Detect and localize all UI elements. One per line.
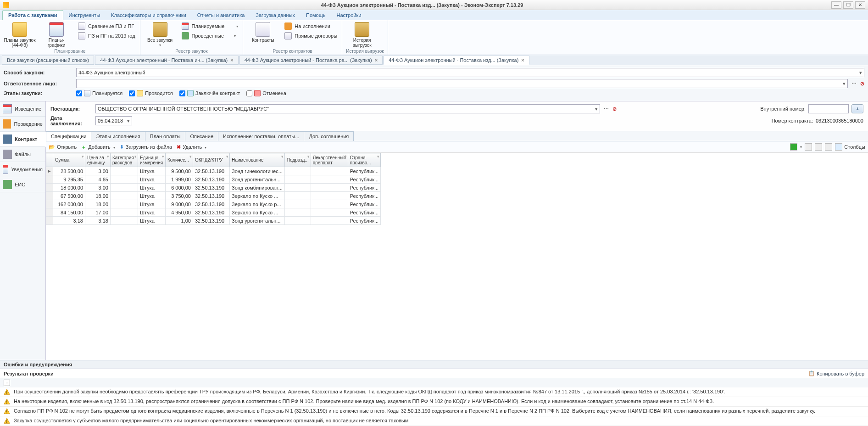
col-header[interactable]: Подразд...▾ xyxy=(284,153,311,167)
stage-cancelled-check[interactable] xyxy=(246,90,252,96)
filter-icon[interactable]: ▾ xyxy=(107,154,109,159)
in-execution-button[interactable]: На исполнении xyxy=(284,22,338,30)
add-button[interactable]: + xyxy=(851,104,863,113)
filter-icon[interactable]: ▾ xyxy=(307,154,310,159)
subtab-addl[interactable]: Доп. соглашения xyxy=(304,131,354,141)
delete-button[interactable]: ✖Удалить xyxy=(177,144,206,150)
tab-classifiers[interactable]: Классификаторы и справочники xyxy=(106,11,192,20)
doctab-2[interactable]: 44-ФЗ Аукцион электронный - Поставка ра.… xyxy=(239,56,383,65)
completed-button[interactable]: Проведенные▾ xyxy=(181,32,239,40)
clear-icon[interactable]: ⊘ xyxy=(612,106,617,112)
table-row[interactable]: 18 000,003,00Штука6 000,0032.50.13.190Зо… xyxy=(46,184,381,192)
stage-contract-check[interactable] xyxy=(179,90,185,96)
plus-icon: ＋ xyxy=(81,144,86,151)
close-icon[interactable]: × xyxy=(230,57,233,63)
filter-icon[interactable]: ▾ xyxy=(134,154,137,159)
filter-icon[interactable]: ▾ xyxy=(162,154,164,159)
plans-44fz-button[interactable]: Планы закупок (44-ФЗ) xyxy=(4,21,36,48)
subtab-exec[interactable]: Исполнение: поставки, оплаты... xyxy=(218,131,304,141)
warning-item: При осуществлении данной закупки необход… xyxy=(0,387,868,397)
open-button[interactable]: 📂Открыть xyxy=(49,144,77,150)
sidebar-item-notifications[interactable]: Уведомления xyxy=(0,162,45,177)
copy-buffer-button[interactable]: 📋Копировать в буфер xyxy=(808,370,864,376)
tab-tools[interactable]: Инструменты xyxy=(63,11,106,20)
sidebar-item-files[interactable]: Файлы xyxy=(0,147,45,162)
cancel-icon xyxy=(254,90,261,96)
table-row[interactable]: 84 150,0017,00Штука4 950,0032.50.13.190З… xyxy=(46,208,381,217)
add-row-button[interactable]: ＋Добавить xyxy=(81,144,115,151)
close-icon[interactable]: × xyxy=(521,57,524,63)
filter-icon[interactable]: ▾ xyxy=(281,154,284,159)
expand-icon[interactable] xyxy=(825,143,832,151)
planned-button[interactable]: Планируемые▾ xyxy=(181,22,239,30)
filter-icon[interactable]: ▾ xyxy=(189,154,192,159)
table-row[interactable]: 9 295,354,65Штука1 999,0032.50.13.190Зон… xyxy=(46,175,381,184)
filter-icon[interactable]: ▾ xyxy=(82,154,84,159)
date-input[interactable]: 05.04.2018 xyxy=(95,116,132,125)
table-row[interactable]: 3,183,18Штука1,0032.50.13.190Зонд уроген… xyxy=(46,217,381,225)
col-header[interactable]: Цена за единицу▾ xyxy=(85,153,111,167)
tab-purchases[interactable]: Работа с закупками xyxy=(2,10,63,20)
close-button[interactable]: ✕ xyxy=(855,1,865,9)
col-header[interactable]: ОКПД2/КТРУ▾ xyxy=(193,153,230,167)
direct-contracts-button[interactable]: Прямые договоры xyxy=(284,32,338,40)
subtab-desc[interactable]: Описание xyxy=(185,131,218,141)
subtab-spec[interactable]: Спецификации xyxy=(46,131,91,141)
responsible-select[interactable] xyxy=(76,79,848,88)
filter-icon[interactable]: ▾ xyxy=(377,154,379,159)
sidebar-item-contract[interactable]: Контракт xyxy=(0,132,46,147)
filter-icon[interactable]: ▾ xyxy=(345,154,347,159)
more-button[interactable]: ⋯ xyxy=(851,81,857,87)
bell-icon xyxy=(3,165,8,174)
sidebar-item-eis[interactable]: ЕИС xyxy=(0,177,45,192)
subtab-stages[interactable]: Этапы исполнения xyxy=(91,131,145,141)
tab-dataload[interactable]: Загрузка данных xyxy=(250,11,300,20)
plans-schedules-button[interactable]: Планы-графики xyxy=(40,21,72,48)
maximize-button[interactable]: ❐ xyxy=(843,1,853,9)
stage-planned-check[interactable] xyxy=(76,90,82,96)
load-file-button[interactable]: ⬇Загрузить из файла xyxy=(120,144,172,150)
all-purchases-button[interactable]: Все закупки▾ xyxy=(144,21,176,48)
sidebar-item-conducting[interactable]: Проведение xyxy=(0,117,45,132)
excel-icon[interactable] xyxy=(790,143,797,151)
sidebar-item-notice[interactable]: Извещение xyxy=(0,101,45,117)
col-header[interactable]: Категория расходов▾ xyxy=(111,153,138,167)
stage-inprogress-check[interactable] xyxy=(129,90,135,96)
pz-pg-2019-button[interactable]: ПЗ и ПГ на 2019 год xyxy=(77,32,136,40)
doctab-3[interactable]: 44-ФЗ Аукцион электронный - Поставка изд… xyxy=(384,56,529,65)
table-row[interactable]: 67 500,0018,00Штука3 750,0032.50.13.190З… xyxy=(46,192,381,200)
supplier-select[interactable]: ОБЩЕСТВО С ОГРАНИЧЕННОЙ ОТВЕТСТВЕННОСТЬЮ… xyxy=(95,104,600,113)
tab-help[interactable]: Помощь xyxy=(300,11,331,20)
table-row[interactable]: ▸28 500,003,00Штука9 500,0032.50.13.190З… xyxy=(46,167,381,175)
tab-settings[interactable]: Настройки xyxy=(331,11,367,20)
svg-rect-0 xyxy=(6,391,7,392)
contract-icon xyxy=(187,90,194,96)
minimize-button[interactable]: — xyxy=(831,1,841,9)
method-select[interactable]: 44-ФЗ Аукцион электронный xyxy=(76,68,864,77)
ribbon-group-label: Реестр контрактов xyxy=(247,48,338,55)
intnum-input[interactable] xyxy=(808,104,849,113)
clear-icon[interactable]: ⊘ xyxy=(860,81,864,87)
subtab-payplan[interactable]: План оплаты xyxy=(145,131,186,141)
tree-collapse-icon[interactable]: − xyxy=(4,380,10,386)
col-header[interactable]: Страна произво...▾ xyxy=(348,153,380,167)
contracts-button[interactable]: Контракты xyxy=(247,21,279,43)
doctab-all[interactable]: Все закупки (расширенный список) xyxy=(2,56,94,65)
compare-pz-pg-button[interactable]: Сравнение ПЗ и ПГ xyxy=(77,22,136,30)
close-icon[interactable]: × xyxy=(375,57,378,63)
doctab-1[interactable]: 44-ФЗ Аукцион электронный - Поставка ин.… xyxy=(95,56,238,65)
search-icon[interactable] xyxy=(815,143,822,151)
table-row[interactable]: 162 000,0018,00Штука9 000,0032.50.13.190… xyxy=(46,200,381,208)
spec-grid[interactable]: Сумма▾Цена за единицу▾Категория расходов… xyxy=(46,153,868,360)
tab-reports[interactable]: Отчеты и аналитика xyxy=(192,11,250,20)
col-header[interactable]: Сумма▾ xyxy=(53,153,85,167)
col-header[interactable]: Количес...▾ xyxy=(166,153,193,167)
grid-icon[interactable] xyxy=(805,143,812,151)
columns-button[interactable]: Столбцы xyxy=(835,143,865,151)
col-header[interactable]: Единица измерения▾ xyxy=(138,153,166,167)
col-header[interactable]: Лекарственный препарат▾ xyxy=(311,153,348,167)
col-header[interactable]: Наименование▾ xyxy=(230,153,285,167)
supplier-more-button[interactable]: ⋯ xyxy=(604,106,609,112)
export-history-button[interactable]: История выгрузок xyxy=(346,21,378,48)
filter-icon[interactable]: ▾ xyxy=(226,154,228,159)
